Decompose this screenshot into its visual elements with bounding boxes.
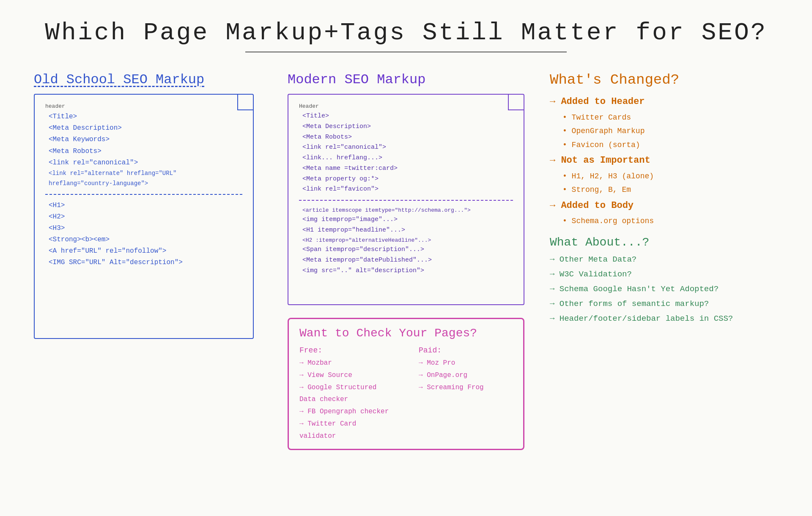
what-about-5: → Header/footer/sidebar labels in CSS? bbox=[550, 311, 787, 326]
modern-divider bbox=[299, 200, 513, 201]
old-body-3: <H3> bbox=[49, 223, 242, 234]
mod-body-5: <Span itemprop="description"...> bbox=[302, 245, 513, 255]
paid-item-1: → Moz Pro bbox=[419, 357, 513, 369]
old-line-3: <Meta Keywords> bbox=[49, 134, 242, 145]
old-body-6: <IMG SRC="URL" Alt="description"> bbox=[49, 257, 242, 268]
whats-changed-title: What's Changed? bbox=[550, 72, 787, 88]
paid-item-2: → OnPage.org bbox=[419, 369, 513, 382]
mod-body-4: <H2 :itemprop="alternativeHeadline"...> bbox=[302, 236, 513, 245]
old-line-4: <Meta Robots> bbox=[49, 146, 242, 157]
title-underline bbox=[245, 52, 567, 52]
modern-header-lines: <Title> <Meta Description> <Meta Robots>… bbox=[299, 111, 513, 195]
title-section: Which Page Markup+Tags Still Matter for … bbox=[0, 0, 812, 52]
what-about-3: → Schema Google Hasn't Yet Adopted? bbox=[550, 282, 787, 297]
left-column: Old School SEO Markup header <Title> <Me… bbox=[34, 72, 254, 450]
modern-box: Header <Title> <Meta Description> <Meta … bbox=[288, 94, 524, 305]
free-label: Free: bbox=[299, 346, 393, 355]
old-body-4: <Strong><b><em> bbox=[49, 234, 242, 246]
free-paid-row: Free: → Mozbar → View Source → Google St… bbox=[299, 346, 513, 442]
mod-line-1: <Title> bbox=[302, 111, 513, 122]
not-important-bullet-2: • Strong, B, Em bbox=[562, 183, 787, 197]
check-title: Want to Check Your Pages? bbox=[299, 327, 513, 340]
free-item-2: → View Source bbox=[299, 369, 393, 382]
mod-body-7: <img src=".." alt="description"> bbox=[302, 266, 513, 276]
what-about-4: → Other forms of semantic markup? bbox=[550, 297, 787, 311]
added-to-body: → Added to Body bbox=[550, 197, 787, 215]
mod-body-1: <article itemscope itemtype="http://sche… bbox=[302, 206, 513, 215]
free-col: Free: → Mozbar → View Source → Google St… bbox=[299, 346, 393, 442]
mod-body-2: <img itemprop="image"...> bbox=[302, 215, 513, 225]
old-school-box: header <Title> <Meta Description> <Meta … bbox=[34, 94, 254, 339]
modern-header-label: Header bbox=[299, 103, 513, 109]
old-body-lines: <H1> <H2> <H3> <Strong><b><em> <A href="… bbox=[45, 200, 242, 269]
mod-body-6: <Meta itemprop="datePublished"...> bbox=[302, 255, 513, 266]
body-bullet-1: • Schema.org options bbox=[562, 214, 787, 228]
old-line-2: <Meta Description> bbox=[49, 123, 242, 134]
paid-item-3: → Screaming Frog bbox=[419, 382, 513, 394]
free-item-1: → Mozbar bbox=[299, 357, 393, 369]
mod-line-6: <Meta name =twitter:card> bbox=[302, 164, 513, 174]
mod-line-4: <link rel="canonical"> bbox=[302, 142, 513, 153]
not-important-bullet-1: • H1, H2, H3 (alone) bbox=[562, 169, 787, 183]
old-line-1: <Title> bbox=[49, 111, 242, 123]
page: Which Page Markup+Tags Still Matter for … bbox=[0, 0, 812, 516]
right-column: What's Changed? → Added to Header • Twit… bbox=[550, 72, 787, 450]
paid-label: Paid: bbox=[419, 346, 513, 355]
mod-line-3: <Meta Robots> bbox=[302, 132, 513, 143]
header-bullet-1: • Twitter Cards bbox=[562, 111, 787, 124]
modern-heading: Modern SEO Markup bbox=[288, 72, 524, 87]
mod-line-5: <link... hreflang...> bbox=[302, 153, 513, 164]
old-body-1: <H1> bbox=[49, 200, 242, 211]
modern-body-lines: <article itemscope itemtype="http://sche… bbox=[299, 206, 513, 276]
header-bullet-3: • Favicon (sorta) bbox=[562, 138, 787, 152]
what-about-1: → Other Meta Data? bbox=[550, 252, 787, 267]
main-title: Which Page Markup+Tags Still Matter for … bbox=[0, 19, 812, 46]
mod-body-3: <H1 itemprop="headline"...> bbox=[302, 225, 513, 236]
old-school-divider bbox=[45, 194, 242, 195]
paid-col: Paid: → Moz Pro → OnPage.org → Screaming… bbox=[419, 346, 513, 442]
header-bullet-2: • OpenGraph Markup bbox=[562, 124, 787, 138]
old-body-5: <A href="URL" rel="nofollow"> bbox=[49, 246, 242, 257]
added-to-header: → Added to Header bbox=[550, 93, 787, 111]
old-school-heading: Old School SEO Markup bbox=[34, 72, 254, 87]
free-item-3: → Google Structured Data checker bbox=[299, 382, 393, 406]
what-about-2: → W3C Validation? bbox=[550, 267, 787, 282]
free-item-4: → FB Opengraph checker bbox=[299, 406, 393, 418]
what-about-title: What About...? bbox=[550, 236, 787, 249]
center-column: Modern SEO Markup Header <Title> <Meta D… bbox=[288, 72, 524, 450]
content-area: Old School SEO Markup header <Title> <Me… bbox=[0, 59, 812, 450]
mod-line-7: <Meta property og:*> bbox=[302, 174, 513, 185]
not-important: → Not as Important bbox=[550, 152, 787, 169]
mod-line-8: <link rel="favicon"> bbox=[302, 184, 513, 195]
old-body-2: <H2> bbox=[49, 211, 242, 223]
old-line-5: <link rel="canonical"> bbox=[49, 157, 242, 169]
old-header-label: header bbox=[45, 103, 242, 109]
old-line-6: <link rel="alternate" hreflang="URL" hre… bbox=[49, 169, 242, 189]
mod-line-2: <Meta Description> bbox=[302, 122, 513, 132]
free-item-5: → Twitter Card validator bbox=[299, 418, 393, 442]
old-header-lines: <Title> <Meta Description> <Meta Keyword… bbox=[45, 111, 242, 189]
check-box: Want to Check Your Pages? Free: → Mozbar… bbox=[288, 318, 524, 450]
